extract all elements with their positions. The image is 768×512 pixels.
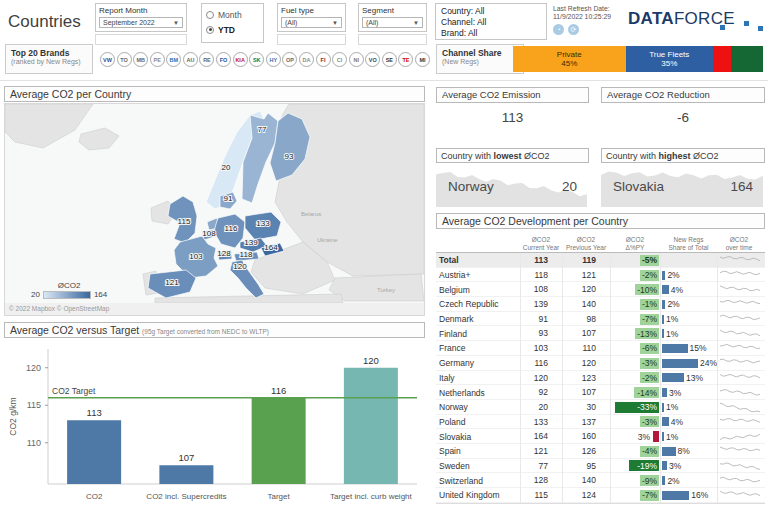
report-month-select[interactable]: September 2022 ▼ xyxy=(99,17,183,28)
refresh-icon[interactable]: ⟳ xyxy=(568,24,579,35)
row-sparkline xyxy=(717,459,761,474)
map-legend-title: ØCO2 xyxy=(31,281,107,290)
brand-logo-seat[interactable]: SE xyxy=(382,52,397,67)
table-col-header: ØCO2Δ%PY xyxy=(610,236,660,251)
map-value-label-spain: 121 xyxy=(165,278,179,287)
row-delta: -14% xyxy=(610,385,660,400)
radio-ytd[interactable]: YTD xyxy=(206,22,259,37)
row-current-year: 115 xyxy=(520,488,562,503)
brand-logo-bmw[interactable]: BM xyxy=(166,52,181,67)
radio-month[interactable]: Month xyxy=(206,7,259,22)
brand-logo-dacia[interactable]: DA xyxy=(299,52,314,67)
channel-share-bar: Private45%True Fleets35% xyxy=(513,46,763,72)
channel-segment-private[interactable]: Private45% xyxy=(513,46,626,72)
table-row-netherlands[interactable]: Netherlands92107-14%3% xyxy=(436,385,765,400)
map-value-label-norway: 20 xyxy=(222,163,231,172)
row-delta: 3% xyxy=(610,429,660,444)
summary-country: Country: All xyxy=(441,6,541,17)
brand-logo-ford[interactable]: FO xyxy=(216,52,231,67)
table-row-slovakia[interactable]: Slovakia1641603%1% xyxy=(436,429,765,444)
row-sparkline xyxy=(717,312,761,327)
brand-logo-citroen[interactable]: CI xyxy=(332,52,347,67)
table-row-austria-[interactable]: Austria+118121-2%2% xyxy=(436,268,765,283)
brand-logo-mercedesbenz[interactable]: MB xyxy=(133,52,148,67)
europe-map: 2077939111510811613313916411812810312012… xyxy=(4,103,425,316)
row-prev-year: 137 xyxy=(562,415,610,430)
brand-logo-mini[interactable]: MI xyxy=(415,52,430,67)
report-month-empty-box xyxy=(95,34,187,45)
bar-co2-incl-supercredits[interactable] xyxy=(159,465,213,484)
channel-segment-2[interactable] xyxy=(713,46,731,72)
table-row-switzerland[interactable]: Switzerland128140-9%2% xyxy=(436,473,765,488)
highest-co2-body[interactable]: Slovakia 164 xyxy=(601,165,765,207)
row-current-year: 91 xyxy=(520,312,562,327)
clock-icon[interactable]: ◔ xyxy=(553,24,564,35)
table-row-united-kingdom[interactable]: United Kingdom115124-7%16% xyxy=(436,488,765,503)
fuel-type-label: Fuel type xyxy=(281,6,342,15)
row-country: Slovakia xyxy=(436,432,520,442)
row-sparkline xyxy=(717,268,761,283)
map-svg: 2077939111510811613313916411812810312012… xyxy=(5,104,424,303)
table-row-france[interactable]: France103110-6%15% xyxy=(436,341,765,356)
brand-logo-opel[interactable]: OP xyxy=(282,52,297,67)
brand-logo-renault[interactable]: RE xyxy=(199,52,214,67)
table-row-total[interactable]: Total113119-5% xyxy=(436,253,765,268)
map-legend-min: 20 xyxy=(31,290,40,299)
header-separator xyxy=(0,80,768,81)
brand-logo-audi[interactable]: AU xyxy=(183,52,198,67)
table-row-italy[interactable]: Italy120123-2%13% xyxy=(436,371,765,386)
dashboard: Countries Report Month September 2022 ▼ … xyxy=(0,0,768,512)
row-country: Germany xyxy=(436,358,520,368)
table-row-germany[interactable]: Germany116120-3%24% xyxy=(436,356,765,371)
brand-logo-toyota[interactable]: TO xyxy=(117,52,132,67)
bar-co2[interactable] xyxy=(67,420,121,484)
bar-value-label: 113 xyxy=(87,407,102,418)
bar-target-incl-curb-weight[interactable] xyxy=(344,368,398,484)
channel-segment-3[interactable] xyxy=(731,46,764,72)
table-row-norway[interactable]: Norway2030-33%1% xyxy=(436,400,765,415)
row-prev-year: 107 xyxy=(562,326,610,341)
brand-logo-volkswagen[interactable]: VW xyxy=(100,52,115,67)
row-prev-year: 124 xyxy=(562,488,610,503)
map-attribution[interactable]: © 2022 Mapbox © OpenStreetMap xyxy=(5,303,424,315)
brand-logo-tesla[interactable]: TE xyxy=(398,52,413,67)
map-value-label-slovakia: 164 xyxy=(264,243,278,252)
table-row-finland[interactable]: Finland93107-13%1% xyxy=(436,326,765,341)
map-value-label-united-kingdom: 115 xyxy=(178,217,191,226)
row-prev-year: 119 xyxy=(562,253,610,268)
lowest-co2-body[interactable]: Norway 20 xyxy=(436,165,589,207)
table-row-denmark[interactable]: Denmark9198-7%1% xyxy=(436,312,765,327)
bar-category-label: CO2 xyxy=(86,492,103,501)
bar-category-label: CO2 incl. Supercredits xyxy=(146,492,226,501)
table-row-poland[interactable]: Poland133137-3%4% xyxy=(436,415,765,430)
table-row-belgium[interactable]: Belgium108120-10%4% xyxy=(436,282,765,297)
bar-target[interactable] xyxy=(252,398,306,484)
row-delta: -7% xyxy=(610,488,660,503)
brand-logo-hyundai[interactable]: HY xyxy=(266,52,281,67)
table-row-czech-republic[interactable]: Czech Republic139140-1%2% xyxy=(436,297,765,312)
chevron-down-icon: ▼ xyxy=(332,20,338,26)
map-legend-max: 164 xyxy=(94,290,107,299)
channel-segment-true-fleets[interactable]: True Fleets35% xyxy=(626,46,714,72)
row-prev-year: 120 xyxy=(562,282,610,297)
row-current-year: 133 xyxy=(520,415,562,430)
row-delta: -4% xyxy=(610,444,660,459)
filter-summary: Country: All Channel: All Brand: All xyxy=(435,3,547,40)
map-value-label-poland: 133 xyxy=(256,219,270,228)
row-sparkline xyxy=(717,356,761,371)
brand-logo-skoda[interactable]: SK xyxy=(249,52,264,67)
brand-logo-nissan[interactable]: NI xyxy=(349,52,364,67)
brand-logo-kia[interactable]: KIA xyxy=(233,52,248,67)
map-value-label-sweden: 77 xyxy=(258,125,267,134)
brand-logo-peugeot[interactable]: PE xyxy=(150,52,165,67)
brand-logo-fiat[interactable]: FI xyxy=(316,52,331,67)
brand-logo-volvo[interactable]: VO xyxy=(365,52,380,67)
lowest-co2-value: 20 xyxy=(562,179,577,194)
row-current-year: 108 xyxy=(520,282,562,297)
fuel-type-select[interactable]: (All) ▼ xyxy=(281,17,342,28)
segment-select[interactable]: (All) ▼ xyxy=(362,17,423,28)
table-row-spain[interactable]: Spain121126-4%8% xyxy=(436,444,765,459)
row-share: 1% xyxy=(660,429,717,444)
row-current-year: 103 xyxy=(520,341,562,356)
table-row-sweden[interactable]: Sweden7795-19%3% xyxy=(436,459,765,474)
